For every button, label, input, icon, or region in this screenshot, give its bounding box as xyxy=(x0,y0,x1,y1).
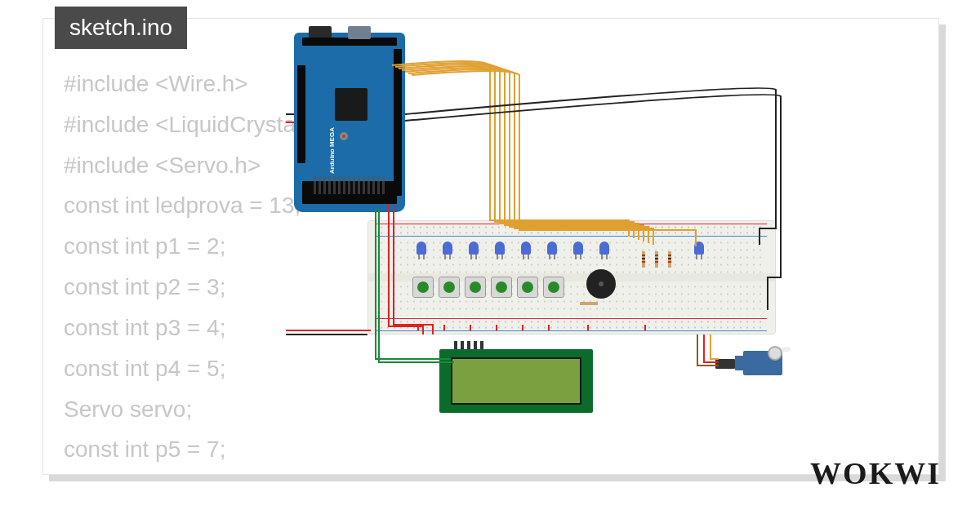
wokwi-logo: WOKWI xyxy=(810,455,941,491)
circuit-canvas[interactable]: Arduino MEGA xyxy=(286,33,808,408)
wires xyxy=(286,33,808,416)
file-tab[interactable]: sketch.ino xyxy=(55,7,187,49)
